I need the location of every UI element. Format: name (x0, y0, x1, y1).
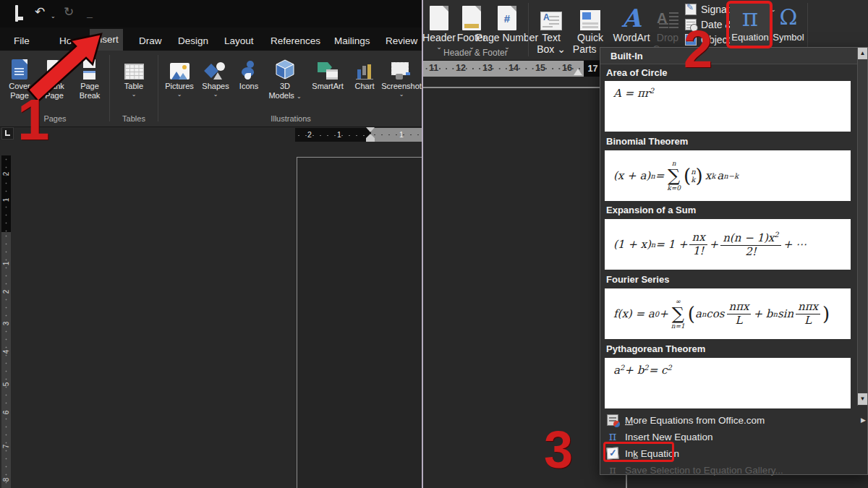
screenshot-label: Screenshot (381, 82, 422, 91)
scroll-up-icon[interactable]: ▲ (858, 48, 867, 59)
customize-qat-icon[interactable]: ⸏ (87, 9, 93, 22)
pi-icon: π (607, 431, 618, 442)
chart-icon (356, 55, 373, 80)
ruler-number: 13 (482, 63, 493, 73)
signature-line-icon (685, 4, 697, 15)
gallery-item-area-of-circle[interactable]: A = πr2 (605, 81, 851, 132)
group-tables: Table ⌄ Tables (111, 51, 156, 126)
text-box-icon: A (540, 1, 562, 30)
symbol-label: Symbol (773, 32, 804, 43)
screenshot-button[interactable]: Screenshot ⌄ (381, 55, 422, 98)
tab-mailings[interactable]: Mailings (330, 32, 375, 51)
redo-icon[interactable]: ↻ (64, 6, 74, 19)
ruler-number: 1 (2, 260, 10, 267)
header-button[interactable]: Header ⌄ (423, 1, 455, 51)
ruler-number: 5 (2, 380, 10, 388)
wordart-button[interactable]: A WordArt ⌄ (611, 1, 652, 51)
text-box-button[interactable]: A Text Box ⌄ (533, 1, 569, 55)
ruler-number: 3 (2, 320, 10, 328)
ruler-number: 4 (2, 348, 10, 356)
indent-marker[interactable] (365, 127, 375, 142)
gallery-item-pythagorean-theorem[interactable]: a2 + b2 = c2 (605, 358, 851, 408)
ruler-number: 2 (2, 170, 10, 178)
table-button[interactable]: Table ⌄ (117, 55, 150, 98)
symbol-button[interactable]: Ω Symbol ⌄ (772, 1, 805, 51)
tab-layout[interactable]: Layout (220, 32, 258, 51)
screenshot-icon (391, 55, 412, 80)
ruler-number: 2 (307, 130, 312, 139)
3d-models-chevron-icon: ⌄ (297, 93, 302, 100)
chart-button[interactable]: Chart (349, 55, 380, 91)
group-separator (109, 55, 110, 121)
table-chevron-icon: ⌄ (132, 91, 137, 98)
ruler-number: 1 (399, 130, 404, 139)
gallery-item-fourier-series[interactable]: f(x) = a0 + ∞∑n=1 ( an cos nπxL + bn sin… (605, 288, 851, 339)
gallery-item-binomial-theorem[interactable]: (x + a)n = n∑k=0 ( nk ) xk an−k (605, 150, 851, 201)
pictures-label: Pictures (165, 82, 194, 91)
menu-item-more-equations[interactable]: More Equations from Office.com ▶ (600, 412, 868, 428)
ruler-number: 7 (2, 442, 10, 450)
equation-gallery-dropdown: Built-In Area of Circle A = πr2 Binomial… (600, 47, 868, 475)
group-label-tables: Tables (111, 114, 156, 123)
page-top-edge (423, 87, 600, 88)
tab-references[interactable]: References (266, 32, 325, 51)
document-page[interactable] (297, 157, 422, 488)
office-equations-icon (607, 414, 618, 426)
screenshot-chevron-icon: ⌄ (399, 91, 404, 98)
step1-number: 1 (17, 91, 50, 149)
pictures-button[interactable]: Pictures ⌄ (161, 55, 197, 98)
group-label-illustrations: Illustrations (160, 114, 422, 123)
scroll-down-icon[interactable]: ▼ (858, 393, 867, 405)
smartart-label: SmartArt (312, 82, 343, 91)
page-number-icon: # (498, 1, 516, 30)
horizontal-ruler-page[interactable]: 1 (371, 128, 422, 142)
vertical-ruler-margin[interactable]: 2 1 (1, 155, 11, 232)
tab-design[interactable]: Design (174, 32, 213, 51)
gallery-scrollbar[interactable]: ▲ ▼ (857, 48, 867, 406)
smartart-button[interactable]: SmartArt (307, 55, 348, 91)
tab-review[interactable]: Review (381, 32, 422, 51)
pictures-chevron-icon: ⌄ (177, 91, 182, 98)
step2-highlight-box (726, 1, 773, 48)
gallery-item-title: Area of Circle (606, 67, 668, 78)
icons-icon (240, 55, 258, 80)
chart-label: Chart (355, 82, 375, 91)
tab-stop-selector[interactable] (1, 127, 14, 140)
gallery-item-title: Binomial Theorem (606, 136, 688, 147)
undo-icon[interactable]: ↶ (35, 6, 45, 19)
shapes-chevron-icon: ⌄ (213, 91, 218, 98)
undo-chevron-icon[interactable]: ⌄ (51, 10, 56, 23)
step3-number: 3 (544, 424, 573, 476)
3d-models-icon (276, 55, 294, 80)
header-icon (430, 1, 448, 30)
tab-draw[interactable]: Draw (135, 32, 166, 51)
save-icon[interactable] (15, 7, 18, 20)
text-box-label2: Box ⌄ (537, 43, 566, 55)
icons-button[interactable]: Icons (234, 55, 264, 91)
submenu-arrow-icon: ▶ (861, 416, 866, 424)
step2-number: 2 (684, 23, 712, 75)
3d-models-button[interactable]: 3D Models ⌄ (265, 55, 305, 100)
wordart-icon: A (622, 1, 641, 30)
zoomed-ribbon-panel: Header ⌄ Footer ⌄ # Page Number ⌄ Header… (423, 0, 868, 488)
title-bar: ↶ ⌄ ↻ ⸏ (0, 0, 422, 27)
page-number-button[interactable]: # Page Number ⌄ (488, 1, 526, 51)
ruler-number: 1 (2, 196, 10, 204)
header-chevron-icon: ⌄ (436, 43, 442, 51)
step3-highlight-box (603, 442, 674, 462)
ruler-number: 12 (456, 63, 466, 73)
3d-models-label2: Models (268, 91, 294, 100)
right-indent-marker[interactable] (574, 69, 582, 75)
horizontal-ruler-margin[interactable]: 2 1 (295, 128, 371, 142)
cube-icon (276, 59, 294, 80)
quick-parts-label: Quick (577, 32, 603, 43)
gallery-item-expansion-of-a-sum[interactable]: (1 + x)n = 1 + nx1! + n(n − 1)x22! + ⋯ (605, 219, 851, 270)
ruler-number: 11 (429, 63, 438, 73)
drop-cap-label: Drop (657, 32, 678, 43)
shapes-button[interactable]: Shapes ⌄ (199, 55, 232, 98)
vertical-ruler-page[interactable]: 1 2 3 4 5 6 7 8 (1, 232, 11, 488)
wordart-label: WordArt (613, 32, 650, 43)
shapes-label: Shapes (202, 82, 229, 91)
page-number-label: Page Number (476, 32, 538, 43)
ruler-number: 6 (2, 408, 10, 416)
